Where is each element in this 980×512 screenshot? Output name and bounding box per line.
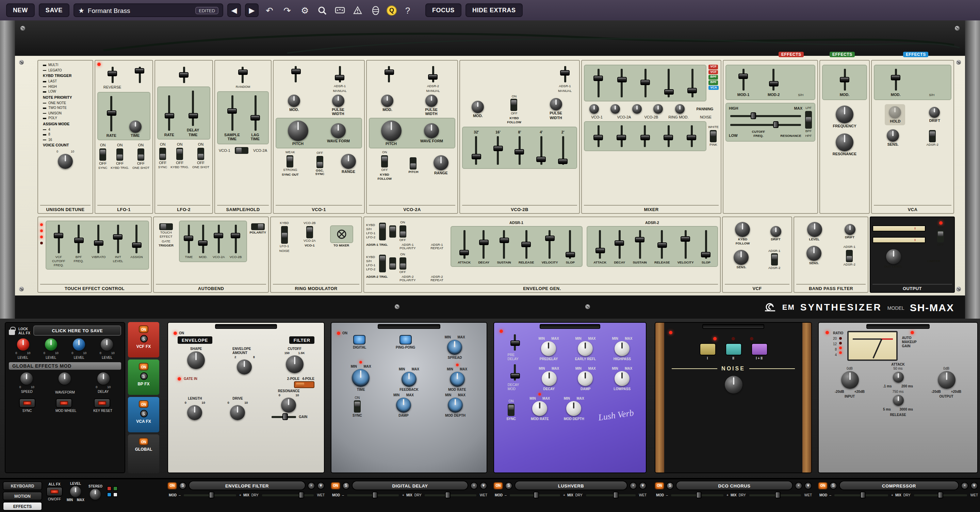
vco2a-pulse-width-knob[interactable] bbox=[425, 94, 438, 107]
adsr1-decay-slider[interactable] bbox=[479, 228, 488, 260]
vco2a-pitch-switch[interactable] bbox=[410, 157, 417, 169]
bp-fx-on-button[interactable]: ON bbox=[139, 363, 148, 370]
slot2-solo-button[interactable]: S bbox=[342, 482, 350, 489]
slot2-expand-button[interactable]: ▼ bbox=[480, 482, 487, 489]
mixer-vco1-level-slider[interactable] bbox=[593, 67, 603, 99]
adsr1-velocity-slider[interactable] bbox=[545, 228, 555, 260]
bp-fx-solo-button[interactable]: S bbox=[140, 372, 147, 380]
slot5-on-button[interactable]: ON bbox=[818, 482, 827, 489]
vco1-sync-out-switch[interactable] bbox=[287, 155, 294, 167]
lowpass-knob[interactable] bbox=[614, 371, 630, 386]
chorus-mode-1-button[interactable] bbox=[699, 343, 716, 356]
master-fx-level-knob[interactable] bbox=[70, 486, 81, 497]
lfo2-rate-slider[interactable] bbox=[164, 94, 174, 132]
vco2b-16ft-slider[interactable] bbox=[493, 135, 503, 166]
global-fx-on-button[interactable]: ON bbox=[139, 438, 148, 445]
vco1-pulse-width-knob[interactable] bbox=[332, 94, 344, 107]
mixer-pan-vco1-knob[interactable] bbox=[589, 104, 599, 114]
vco2a-kybd-follow-switch[interactable] bbox=[381, 155, 388, 167]
option-unison[interactable]: UNISON bbox=[40, 111, 91, 116]
route-bpf-badge[interactable]: BPF bbox=[709, 75, 718, 80]
adsr1-repeat-switch[interactable] bbox=[399, 225, 406, 238]
envelope-amount-knob[interactable] bbox=[237, 359, 252, 375]
unit-drag-handle[interactable] bbox=[540, 324, 600, 329]
lfo1-sync-switch[interactable] bbox=[99, 148, 106, 161]
lfo2-kybd-trig-switch[interactable] bbox=[176, 148, 183, 160]
lfo2-one-shot-switch[interactable] bbox=[197, 148, 204, 160]
adsr1-slop-slider[interactable] bbox=[566, 228, 575, 260]
chain-blue-swatch[interactable] bbox=[107, 492, 111, 497]
autobend-vco2a-slider[interactable] bbox=[214, 223, 224, 255]
prev-preset-button[interactable]: ◀ bbox=[227, 3, 241, 17]
route-vca-badge[interactable]: VCA bbox=[709, 85, 719, 90]
slot1-on-button[interactable]: ON bbox=[167, 482, 177, 489]
tab-effects[interactable]: EFFECTS bbox=[3, 502, 42, 510]
mixer-pan-ringmod-knob[interactable] bbox=[654, 104, 663, 114]
option-two-note[interactable]: TWO NOTE bbox=[40, 105, 91, 111]
vco2a-waveform-knob[interactable] bbox=[424, 123, 439, 138]
option-legato[interactable]: LEGATO bbox=[40, 68, 91, 73]
bpf-env-source-switch[interactable] bbox=[846, 250, 853, 262]
auto-makeup-label[interactable]: AUTO MAKEUP GAIN bbox=[902, 336, 922, 348]
mixer-vco2a-level-slider[interactable] bbox=[617, 67, 627, 99]
vcf-env-source-switch[interactable] bbox=[771, 254, 778, 266]
unit-drag-handle[interactable] bbox=[215, 324, 277, 329]
mixer-pan-slider-3[interactable] bbox=[640, 124, 649, 148]
unison-detune-knob[interactable] bbox=[58, 154, 73, 169]
touch-assign-slider[interactable] bbox=[132, 223, 142, 255]
ratio-led-meter[interactable] bbox=[839, 337, 842, 354]
slot1-solo-button[interactable]: S bbox=[179, 482, 186, 489]
option-8-voices[interactable]: 8 bbox=[40, 132, 91, 137]
stereo-width-knob[interactable] bbox=[90, 488, 101, 499]
unit-drag-handle[interactable] bbox=[702, 324, 764, 329]
slot1-mod-slider[interactable] bbox=[183, 491, 237, 498]
mod-rate-knob[interactable] bbox=[450, 372, 465, 387]
quick-assign-badge[interactable]: Q bbox=[387, 5, 397, 15]
slot1-name[interactable]: ENVELOPE FILTER bbox=[189, 481, 305, 490]
vco2b-4ft-slider[interactable] bbox=[537, 135, 546, 166]
mixer-pan-slider-1[interactable] bbox=[593, 124, 603, 148]
adsr2-polarity-switch[interactable] bbox=[389, 257, 396, 270]
route-vcf-badge[interactable]: VCF bbox=[709, 70, 718, 74]
autobend-trigger-switch[interactable] bbox=[159, 223, 173, 230]
adsr1-trigger-selector[interactable] bbox=[379, 223, 385, 240]
slot3-mod-slider[interactable] bbox=[509, 491, 561, 498]
option-last[interactable]: LAST bbox=[40, 79, 91, 84]
global-fx-level-knob[interactable] bbox=[101, 338, 113, 351]
slot4-expand-button[interactable]: ▼ bbox=[804, 482, 812, 489]
sample-time-slider[interactable] bbox=[227, 94, 237, 132]
vco2a-range-knob[interactable] bbox=[434, 156, 449, 171]
slot4-mix-slider[interactable] bbox=[748, 491, 802, 498]
vcf-drift-knob[interactable] bbox=[770, 226, 781, 237]
vco2a-mod-knob[interactable] bbox=[382, 94, 394, 107]
new-button[interactable]: NEW bbox=[6, 3, 35, 17]
decay-mod-slider[interactable] bbox=[511, 363, 520, 382]
pre-delay-mod-slider[interactable] bbox=[511, 333, 520, 352]
slot4-name[interactable]: DCO CHORUS bbox=[676, 481, 793, 490]
shape-knob[interactable] bbox=[187, 351, 205, 369]
route-bpf-badge[interactable]: BPF bbox=[709, 80, 718, 85]
mixer-pan-slider-4[interactable] bbox=[663, 124, 673, 148]
slot5-mod-slider[interactable] bbox=[833, 491, 889, 498]
bp-fx-level-knob[interactable] bbox=[45, 338, 57, 351]
adsr2-slop-slider[interactable] bbox=[701, 228, 711, 260]
lfo1-kybd-trig-switch[interactable] bbox=[116, 148, 123, 161]
vcf-fx-solo-button[interactable]: S bbox=[140, 335, 147, 343]
vco2b-mod-source-selector[interactable] bbox=[560, 65, 570, 84]
option-high[interactable]: HIGH bbox=[40, 84, 91, 89]
adsr2-sustain-slider[interactable] bbox=[635, 228, 644, 260]
autobend-polarity-switch[interactable] bbox=[251, 223, 265, 230]
lfo1-waveform-selector[interactable] bbox=[135, 65, 144, 85]
drive-knob[interactable] bbox=[230, 405, 245, 420]
option-16-voices[interactable]: 16 bbox=[40, 137, 91, 142]
slot4-remove-button[interactable]: × bbox=[795, 482, 802, 489]
adsr2-attack-slider[interactable] bbox=[595, 228, 605, 260]
slot5-mix-slider[interactable] bbox=[913, 491, 969, 498]
slot3-expand-button[interactable]: ▼ bbox=[639, 482, 646, 489]
bpf-level-knob[interactable] bbox=[807, 222, 822, 237]
option-poly[interactable]: POLY bbox=[40, 116, 91, 121]
redo-icon[interactable]: ↷ bbox=[280, 3, 294, 17]
slot1-expand-button[interactable]: ▼ bbox=[317, 482, 325, 489]
highpass-knob[interactable] bbox=[614, 341, 630, 356]
vco2b-2ft-slider[interactable] bbox=[558, 135, 568, 166]
